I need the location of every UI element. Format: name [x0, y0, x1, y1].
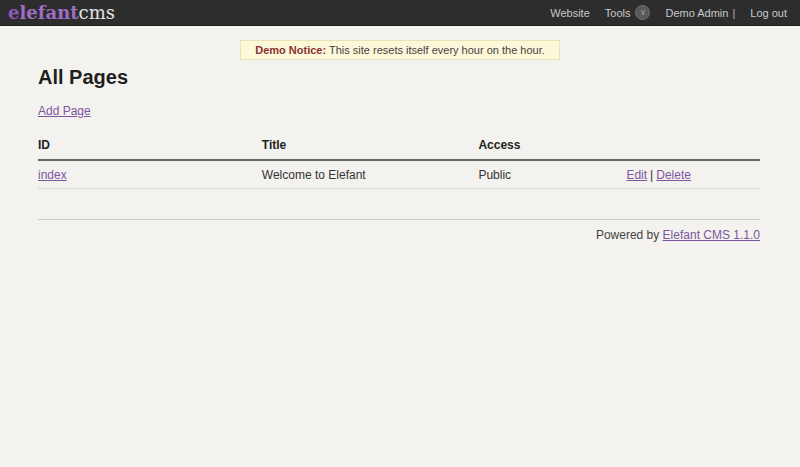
page-title-cell: Welcome to Elefant	[262, 160, 479, 189]
table-row: index Welcome to Elefant Public Edit|Del…	[38, 160, 760, 189]
demo-notice-text: This site resets itself every hour on th…	[326, 44, 545, 56]
elefant-version-link[interactable]: Elefant CMS 1.1.0	[663, 228, 760, 242]
logo-suffix-text: cms	[79, 2, 115, 23]
demo-notice-banner: Demo Notice: This site resets itself eve…	[240, 40, 560, 60]
footer: Powered by Elefant CMS 1.1.0	[38, 228, 760, 242]
column-header-title: Title	[262, 138, 479, 160]
page-actions-cell: Edit|Delete	[626, 160, 760, 189]
table-header-row: ID Title Access	[38, 138, 760, 160]
nav-user-group: Demo Admin |	[665, 7, 735, 19]
main-content: All Pages Add Page ID Title Access index…	[0, 66, 800, 242]
nav-separator: |	[732, 7, 735, 19]
page-id-link[interactable]: index	[38, 168, 67, 182]
app-logo[interactable]: elefantcms	[8, 0, 115, 26]
pages-table: ID Title Access index Welcome to Elefant…	[38, 138, 760, 189]
nav-website-link[interactable]: Website	[550, 7, 590, 19]
footer-divider	[38, 219, 760, 220]
demo-notice-label: Demo Notice:	[255, 44, 326, 56]
page-access-cell: Public	[478, 160, 626, 189]
edit-link[interactable]: Edit	[626, 168, 647, 182]
nav-logout-link[interactable]: Log out	[750, 7, 787, 19]
top-nav: Website Tools ∨ Demo Admin | Log out	[550, 5, 787, 20]
column-header-actions	[626, 138, 760, 160]
nav-tools-menu[interactable]: Tools ∨	[605, 5, 651, 20]
chevron-down-icon: ∨	[635, 5, 650, 20]
column-header-id: ID	[38, 138, 262, 160]
column-header-access: Access	[478, 138, 626, 160]
logo-brand-text: elefant	[8, 0, 79, 26]
page-title: All Pages	[38, 66, 760, 88]
nav-user-link[interactable]: Demo Admin	[665, 7, 728, 19]
powered-by-text: Powered by	[596, 228, 663, 242]
top-bar: elefantcms Website Tools ∨ Demo Admin | …	[0, 0, 800, 26]
add-page-link[interactable]: Add Page	[38, 104, 91, 118]
actions-separator: |	[650, 168, 653, 182]
delete-link[interactable]: Delete	[656, 168, 691, 182]
nav-tools-label: Tools	[605, 7, 631, 19]
